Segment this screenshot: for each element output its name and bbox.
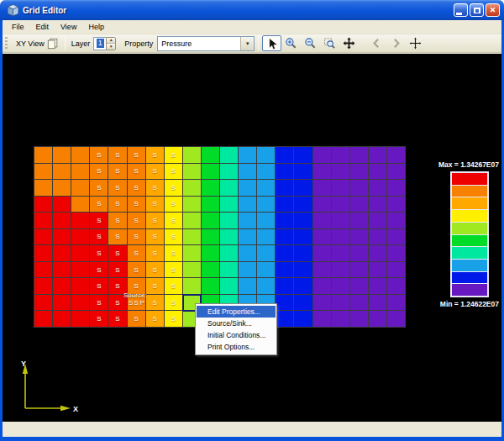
grid-cell[interactable]: [350, 278, 369, 295]
grid-cell[interactable]: [220, 245, 239, 262]
grid-cell[interactable]: S: [128, 213, 146, 229]
grid-cell[interactable]: [183, 180, 202, 197]
grid-cell[interactable]: [71, 213, 90, 229]
grid-cell[interactable]: [53, 197, 71, 213]
property-dropdown-arrow-button[interactable]: ▼: [240, 37, 254, 50]
grid-cell[interactable]: [34, 147, 53, 164]
grid-cell[interactable]: [332, 278, 350, 295]
grid-cell[interactable]: [294, 262, 312, 279]
property-dropdown[interactable]: Pressure ▼: [157, 36, 255, 51]
grid-cell[interactable]: S: [90, 311, 108, 328]
grid-cell[interactable]: [350, 164, 369, 181]
grid-cell[interactable]: [387, 262, 406, 279]
grid-cell[interactable]: S: [128, 245, 146, 262]
grid-cell[interactable]: [313, 147, 332, 164]
grid-cell[interactable]: [202, 262, 220, 279]
grid-cell[interactable]: [332, 147, 350, 164]
grid-cell[interactable]: S: [146, 245, 165, 262]
grid-cell[interactable]: [387, 229, 406, 246]
grid-cell[interactable]: [369, 295, 387, 312]
grid-cell[interactable]: S: [165, 278, 183, 295]
grid-cell[interactable]: [350, 147, 369, 164]
grid-cell[interactable]: [183, 197, 202, 213]
grid-cell[interactable]: S: [90, 229, 108, 246]
grid-cell[interactable]: [71, 245, 90, 262]
grid-cell[interactable]: [313, 295, 332, 312]
grid-cell[interactable]: S: [128, 147, 146, 164]
zoom-window-button[interactable]: [320, 35, 339, 51]
grid-cell[interactable]: [276, 147, 294, 164]
grid-cell[interactable]: [220, 278, 239, 295]
grid-cell[interactable]: [369, 213, 387, 229]
context-menu-item[interactable]: Edit Properties...: [197, 306, 276, 318]
grid-cell[interactable]: [34, 180, 53, 197]
xy-view-button[interactable]: XY View: [11, 36, 61, 51]
grid-cell[interactable]: [220, 180, 239, 197]
grid-cell[interactable]: [220, 262, 239, 279]
grid-cell[interactable]: [220, 147, 239, 164]
grid-cell[interactable]: [183, 262, 202, 279]
grid-cell[interactable]: [369, 278, 387, 295]
grid-cell[interactable]: [257, 245, 276, 262]
menu-help[interactable]: Help: [82, 21, 110, 33]
crosshair-button[interactable]: [406, 35, 425, 51]
grid-cell[interactable]: [294, 295, 312, 312]
grid-cell[interactable]: [387, 147, 406, 164]
grid-cell[interactable]: [71, 229, 90, 246]
grid-cell[interactable]: [350, 245, 369, 262]
pan-button[interactable]: [339, 35, 359, 51]
grid-cell[interactable]: S: [108, 147, 127, 164]
grid-cell[interactable]: [53, 295, 71, 312]
grid-cell[interactable]: [34, 213, 53, 229]
grid-cell[interactable]: [276, 213, 294, 229]
grid-cell[interactable]: [220, 213, 239, 229]
grid-cell[interactable]: [202, 213, 220, 229]
grid-cell[interactable]: [369, 180, 387, 197]
grid-cell[interactable]: [294, 197, 312, 213]
grid-cell[interactable]: S: [90, 295, 108, 312]
grid-cell[interactable]: [220, 229, 239, 246]
grid-cell[interactable]: [257, 197, 276, 213]
grid-cell[interactable]: [34, 295, 53, 312]
grid-cell[interactable]: [332, 311, 350, 328]
grid-cell[interactable]: [239, 229, 257, 246]
grid-cell[interactable]: [369, 262, 387, 279]
grid-cell[interactable]: S: [108, 213, 127, 229]
grid-cell[interactable]: [294, 180, 312, 197]
grid-cell[interactable]: [369, 147, 387, 164]
menu-edit[interactable]: Edit: [30, 21, 55, 33]
grid-cell[interactable]: S: [146, 213, 165, 229]
grid-cell[interactable]: S: [128, 164, 146, 181]
grid-cell[interactable]: S: [90, 164, 108, 181]
context-menu-item[interactable]: Initial Conditions...: [197, 329, 276, 341]
grid-cell[interactable]: S: [90, 147, 108, 164]
select-tool-button[interactable]: [262, 35, 281, 51]
grid-cell[interactable]: [71, 311, 90, 328]
next-button[interactable]: [386, 35, 406, 51]
grid-cell[interactable]: S: [165, 147, 183, 164]
grid-cell[interactable]: S: [90, 180, 108, 197]
grid-cell[interactable]: [313, 180, 332, 197]
grid-cell[interactable]: [202, 278, 220, 295]
grid-cell[interactable]: [71, 295, 90, 312]
grid-cell[interactable]: [294, 278, 312, 295]
grid-cell[interactable]: [183, 278, 202, 295]
grid-cell[interactable]: [332, 295, 350, 312]
grid-cell[interactable]: S: [165, 197, 183, 213]
grid-cell[interactable]: [257, 180, 276, 197]
grid-cell[interactable]: [313, 278, 332, 295]
grid-cell[interactable]: [220, 197, 239, 213]
grid-cell[interactable]: S: [108, 262, 127, 279]
grid-cell[interactable]: S: [146, 147, 165, 164]
grid-cell[interactable]: S: [90, 245, 108, 262]
grid-cell[interactable]: S: [108, 311, 127, 328]
grid-cell[interactable]: [276, 295, 294, 312]
grid-cell[interactable]: [369, 311, 387, 328]
grid-cell[interactable]: [313, 262, 332, 279]
grid-cell[interactable]: S: [146, 164, 165, 181]
grid-cell[interactable]: S: [146, 229, 165, 246]
grid-cell[interactable]: [239, 262, 257, 279]
grid-cell[interactable]: S: [165, 213, 183, 229]
grid-cell[interactable]: S: [128, 229, 146, 246]
grid-cell[interactable]: [239, 278, 257, 295]
